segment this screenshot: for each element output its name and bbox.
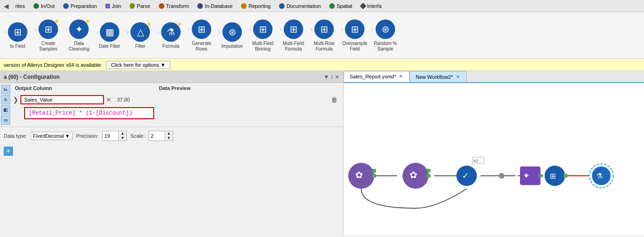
data-type-dropdown[interactable]: FixedDecimal ▼ bbox=[31, 132, 72, 140]
tab-label: Parse bbox=[137, 3, 150, 9]
scale-down-button[interactable]: ▼ bbox=[165, 136, 173, 141]
tab-in-out[interactable]: In/Out bbox=[30, 1, 59, 11]
tool-create-samples[interactable]: › ⊞ ★ CreateSamples bbox=[33, 17, 63, 54]
tool-icon-generate-rows: ⊞ bbox=[198, 24, 206, 35]
node-check-icon: ✓ bbox=[462, 171, 469, 180]
tab-interface[interactable]: Interfa bbox=[357, 1, 385, 11]
tab-spatial[interactable]: Spatial bbox=[325, 1, 356, 11]
tab-dot-icon bbox=[329, 3, 335, 9]
tool-generate-rows[interactable]: › ⊞ GenerateRows bbox=[187, 17, 216, 54]
tool-circle-generate-rows: ⊞ bbox=[192, 19, 211, 39]
toolbar: ◀ ritesIn/OutPreparationJoinParseTransfo… bbox=[0, 0, 644, 59]
config-header: a (60) - Configuration ▼ ⁞ ✕ bbox=[0, 71, 343, 83]
output-col-header: Output Column bbox=[13, 85, 157, 91]
tool-icon-wrap: › △ ★ bbox=[130, 21, 151, 43]
arrow-icon: › bbox=[96, 30, 98, 35]
arrow-icon: › bbox=[157, 30, 159, 35]
formula-input[interactable]: [Retail_Price] * (1-[Discount]) bbox=[24, 107, 154, 119]
config-title: a (60) - Configuration bbox=[4, 74, 60, 80]
tool-date-filter[interactable]: › ▦ Date Filter bbox=[95, 19, 124, 51]
precision-down-button[interactable]: ▼ bbox=[119, 136, 126, 141]
toolbar-tab-bar: ◀ ritesIn/OutPreparationJoinParseTransfo… bbox=[0, 0, 644, 12]
tool-icon-multi-field-formula: ⊞ bbox=[290, 24, 298, 35]
tab-documentation[interactable]: Documentation bbox=[275, 1, 325, 11]
output-column-input[interactable] bbox=[20, 95, 104, 104]
tool-data-cleansing[interactable]: › ✦ ★ DataCleansing bbox=[64, 17, 94, 54]
tab-in-database[interactable]: In-Database bbox=[194, 1, 236, 11]
tab-preparation[interactable]: Preparation bbox=[59, 1, 101, 11]
tool-label-imputation: Imputation bbox=[221, 44, 243, 49]
canvas-area[interactable]: #2 ✿ ✿ ✓ ✦ bbox=[344, 83, 644, 236]
star-icon: ★ bbox=[85, 18, 91, 25]
tool-filter[interactable]: › △ ★ Filter bbox=[125, 19, 155, 51]
canvas-tab-sales-report[interactable]: Sales_Report.yxmd* ✕ bbox=[344, 71, 410, 82]
precision-input[interactable] bbox=[102, 131, 119, 141]
tab-reporting[interactable]: Reporting bbox=[237, 1, 274, 11]
tool-label-formula: Formula bbox=[163, 44, 180, 49]
tool-label-filter: Filter bbox=[135, 44, 145, 49]
add-row-button[interactable]: + bbox=[4, 147, 13, 156]
star-icon: ★ bbox=[177, 20, 182, 27]
badge-text: #2 bbox=[474, 159, 478, 163]
tab-label: Join bbox=[112, 3, 121, 9]
scale-up-button[interactable]: ▲ bbox=[165, 131, 173, 136]
preview-value: 37.00 bbox=[113, 97, 130, 102]
canvas-tab-bar: Sales_Report.yxmd* ✕ New Workflow2* ✕ bbox=[344, 71, 644, 83]
row-chevron-icon[interactable]: ❯ bbox=[13, 96, 19, 103]
tab-join[interactable]: Join bbox=[102, 1, 125, 11]
tool-formula[interactable]: › ⚗ ★ Formula bbox=[156, 19, 186, 51]
tool-icon-wrap: › ⊞ bbox=[191, 19, 212, 40]
tool-icon-data-cleansing: ✦ bbox=[75, 24, 83, 35]
tool-icon-wrap: › ✦ ★ bbox=[68, 19, 90, 40]
tool-icon-wrap: › ⊞ ★ bbox=[38, 19, 59, 40]
arrow-icon: › bbox=[65, 27, 67, 32]
tool-icon-wrap: › ⚗ ★ bbox=[160, 21, 182, 43]
tab-scroll-left[interactable]: ◀ bbox=[2, 2, 11, 10]
tab-favorites[interactable]: rites bbox=[12, 1, 29, 11]
precision-up-button[interactable]: ▲ bbox=[119, 131, 126, 136]
formula-row: [Retail_Price] * (1-[Discount]) bbox=[24, 107, 341, 119]
tab-label: Reporting bbox=[248, 3, 271, 9]
tool-oversample-field[interactable]: › ⊞ OversampleField bbox=[340, 17, 370, 54]
left-icon-fx[interactable]: fx bbox=[1, 85, 10, 94]
tool-imputation[interactable]: › ⊛ Imputation bbox=[217, 19, 247, 51]
tab-label: rites bbox=[15, 3, 25, 9]
tool-multi-field-binning[interactable]: › ⊞ Multi-FieldBinning bbox=[248, 17, 278, 54]
canvas-tab-close-new-workflow2[interactable]: ✕ bbox=[455, 74, 461, 79]
tool-label-multi-field-formula: Multi-FieldFormula bbox=[283, 41, 304, 52]
tool-to-field[interactable]: › ⊞ to Field bbox=[3, 19, 33, 51]
tool-random-sample[interactable]: › ⊛ Random %Sample bbox=[371, 17, 400, 54]
tab-transform[interactable]: Transform bbox=[155, 1, 193, 11]
tab-label: In-Database bbox=[205, 3, 233, 9]
config-inner: fxX◧▭ Output Column Data Preview ❯ ✕ bbox=[0, 83, 343, 127]
tool-label-oversample-field: OversampleField bbox=[342, 41, 367, 52]
notify-options-button[interactable]: Click here for options ▼ bbox=[106, 61, 170, 69]
tool-multi-row-formula[interactable]: › ⊞ Multi-RowFormula bbox=[309, 17, 339, 54]
canvas-tab-new-workflow2[interactable]: New Workflow2* ✕ bbox=[410, 71, 467, 82]
config-pin-icon[interactable]: ▼ bbox=[324, 74, 329, 80]
arrow-icon: › bbox=[127, 30, 128, 35]
left-icon-[interactable]: ◧ bbox=[1, 105, 10, 115]
canvas-tab-close-sales-report[interactable]: ✕ bbox=[398, 74, 403, 79]
tab-dot-icon bbox=[63, 3, 69, 9]
left-icon-[interactable]: ▭ bbox=[1, 115, 10, 125]
left-icon-X[interactable]: X bbox=[1, 95, 10, 104]
scale-input[interactable] bbox=[149, 131, 165, 141]
config-dock-icon[interactable]: ⁞ bbox=[331, 74, 333, 80]
arrow-icon: › bbox=[280, 27, 281, 32]
node-connector bbox=[499, 173, 504, 179]
tab-parse[interactable]: Parse bbox=[126, 1, 154, 11]
notify-text: version of Alteryx Designer x64 is avail… bbox=[4, 62, 102, 68]
clear-field-button[interactable]: ✕ bbox=[106, 96, 111, 103]
config-close-icon[interactable]: ✕ bbox=[335, 74, 339, 80]
tool-multi-field-formula[interactable]: › ⊞ Multi-FieldFormula bbox=[279, 17, 308, 54]
delete-row-button[interactable]: 🗑 bbox=[327, 96, 341, 103]
arrow-icon: › bbox=[188, 27, 189, 32]
arrow-icon: › bbox=[249, 27, 251, 32]
tool-icon-to-field: ⊞ bbox=[14, 26, 22, 38]
dropdown-arrow-icon: ▼ bbox=[65, 133, 70, 139]
tool-label-create-samples: CreateSamples bbox=[39, 41, 58, 52]
tool-circle-oversample-field: ⊞ bbox=[345, 19, 364, 39]
tool-icon-date-filter: ▦ bbox=[105, 26, 114, 38]
tool-label-data-cleansing: DataCleansing bbox=[69, 41, 89, 52]
